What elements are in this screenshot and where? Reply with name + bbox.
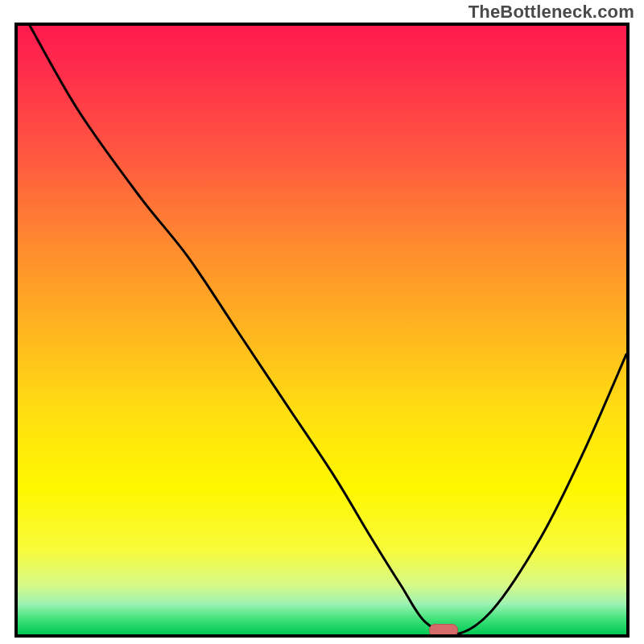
bottleneck-curve [18,26,626,634]
chart-frame [14,23,630,638]
optimum-marker [429,624,458,637]
curve-path [30,26,626,634]
watermark-text: TheBottleneck.com [469,2,634,23]
